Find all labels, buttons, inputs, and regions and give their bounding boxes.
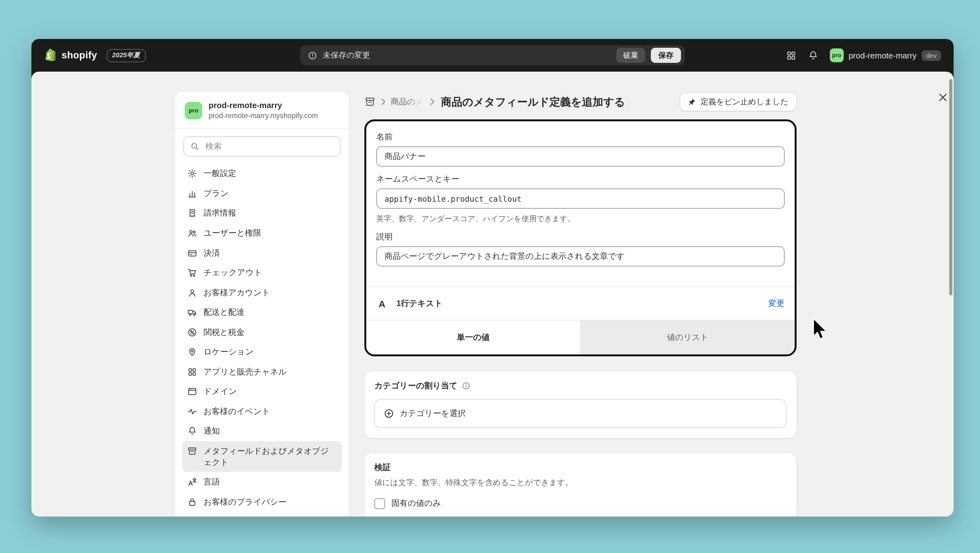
sidebar-item-label: ドメイン <box>204 386 237 397</box>
settings-nav: 一般設定プラン請求情報ユーザーと権限決済チェックアウトお客様アカウント配送と配達… <box>175 160 349 516</box>
receipt-icon <box>187 208 197 218</box>
namespace-label: ネームスペースとキー <box>376 174 784 185</box>
sidebar-item-metafields-metaobjects[interactable]: メタフィールドおよびメタオブジェクト <box>182 441 342 472</box>
sidebar-item-label: メタフィールドおよびメタオブジェクト <box>204 446 337 467</box>
cart-icon <box>187 268 197 278</box>
store-domain: prod-remote-marry.myshopify.com <box>208 111 318 121</box>
category-card-title: カテゴリーの割り当て <box>374 380 457 392</box>
checkbox[interactable] <box>374 498 385 509</box>
change-type-link[interactable]: 変更 <box>768 298 784 309</box>
alert-circle-icon <box>308 51 317 60</box>
pin-definition-button[interactable]: 定義をピン止めしました <box>680 92 797 111</box>
category-card: カテゴリーの割り当て カテゴリーを選択 <box>364 371 797 438</box>
apps-grid-icon[interactable] <box>786 50 796 61</box>
single-line-text-icon: A <box>376 298 388 309</box>
store-name: prod-remote-marry <box>208 100 318 111</box>
archive-box-icon[interactable] <box>364 96 375 107</box>
sidebar-search[interactable] <box>183 136 340 156</box>
checkbox-label: 固有の値のみ <box>391 498 441 509</box>
sidebar-item-label: 請求情報 <box>204 208 236 219</box>
sidebar-item-shipping-delivery[interactable]: 配送と配達 <box>182 303 342 322</box>
sidebar-item-duties-taxes[interactable]: 関税と税金 <box>182 322 342 341</box>
apps-grid-icon <box>187 367 197 377</box>
chevron-right-icon <box>430 98 435 105</box>
select-category-button[interactable]: カテゴリーを選択 <box>374 399 786 428</box>
sidebar-item-label: プラン <box>204 188 229 199</box>
shopify-logo-icon <box>44 48 57 62</box>
save-button[interactable]: 保存 <box>651 48 681 63</box>
definition-card: 名前 ネームスペースとキー 英字、数字、アンダースコア、ハイフンを使用できます。… <box>364 120 797 356</box>
chevron-right-icon <box>381 98 386 105</box>
sidebar-item-label: 通知 <box>204 426 220 437</box>
chart-icon <box>187 188 197 199</box>
sidebar-item-label: アプリと販売チャネル <box>204 367 287 378</box>
unsaved-changes-bar: 未保存の変更 破棄 保存 <box>300 45 685 65</box>
shopify-admin-window: shopify 2025年夏 未保存の変更 破棄 保存 <box>32 39 954 516</box>
sidebar-item-policies[interactable]: ポリシー <box>182 512 342 516</box>
sidebar-item-languages[interactable]: 言語 <box>182 472 342 491</box>
brand-name: shopify <box>62 49 97 61</box>
notifications-bell-icon[interactable] <box>808 50 818 61</box>
sidebar-item-users-permissions[interactable]: ユーザーと権限 <box>182 223 342 242</box>
shopify-brand: shopify 2025年夏 <box>44 48 146 62</box>
lock-icon <box>187 497 197 507</box>
sidebar-item-checkout[interactable]: チェックアウト <box>182 263 342 282</box>
version-badge: 2025年夏 <box>107 49 146 62</box>
sidebar-item-billing[interactable]: 請求情報 <box>182 204 342 223</box>
name-label: 名前 <box>376 131 784 143</box>
sidebar-item-label: 一般設定 <box>204 168 236 179</box>
validation-card: 検証 値には文字、数字、特殊文字を含めることができます。 固有の値のみプリセット… <box>364 453 797 516</box>
sidebar-item-label: ユーザーと権限 <box>204 228 261 239</box>
segment-single-value[interactable]: 単一の値 <box>366 320 580 354</box>
sidebar-item-plan[interactable]: プラン <box>182 184 342 203</box>
description-input[interactable] <box>376 246 784 266</box>
store-avatar: pro <box>185 102 202 120</box>
sidebar-item-label: お客様アカウント <box>204 287 270 298</box>
sidebar-store-header: pro prod-remote-marry prod-remote-marry.… <box>175 92 349 129</box>
sidebar-item-payments[interactable]: 決済 <box>182 243 342 262</box>
topbar: shopify 2025年夏 未保存の変更 破棄 保存 <box>32 39 954 72</box>
search-input[interactable] <box>204 141 334 152</box>
description-label: 説明 <box>376 231 784 242</box>
desktop: shopify 2025年夏 未保存の変更 破棄 保存 <box>0 0 980 553</box>
breadcrumb: 商品のメ 商品のメタフィールド定義を追加する 定義をピン止めしました <box>364 91 797 113</box>
validation-option-0: 固有の値のみ <box>374 498 786 509</box>
users-icon <box>187 228 197 238</box>
namespace-help-text: 英字、数字、アンダースコア、ハイフンを使用できます。 <box>376 214 784 224</box>
page-title: 商品のメタフィールド定義を追加する <box>441 94 625 109</box>
topbar-right: pro prod-remote-marry dev <box>786 48 941 62</box>
translate-icon <box>187 477 197 487</box>
store-chip[interactable]: pro prod-remote-marry dev <box>830 48 941 62</box>
sidebar-item-customer-accounts[interactable]: お客様アカウント <box>182 283 342 302</box>
validation-card-title: 検証 <box>374 462 391 473</box>
close-icon <box>938 92 948 102</box>
main-panel: 商品のメ 商品のメタフィールド定義を追加する 定義をピン止めしました <box>364 91 797 516</box>
sidebar-item-label: 決済 <box>204 247 220 258</box>
scrollbar-thumb[interactable] <box>949 79 952 295</box>
sidebar-item-domains[interactable]: ドメイン <box>182 382 342 401</box>
plus-circle-icon <box>384 408 394 419</box>
value-type-segmented: 単一の値値のリスト <box>366 320 795 354</box>
name-input[interactable] <box>376 147 784 167</box>
namespace-key-input[interactable] <box>376 188 784 209</box>
sidebar-item-label: 言語 <box>204 477 220 487</box>
info-icon[interactable] <box>462 381 471 390</box>
segment-list-of-values[interactable]: 値のリスト <box>580 320 795 354</box>
percent-icon <box>187 327 197 337</box>
domain-icon <box>187 387 197 397</box>
pulse-icon <box>187 406 197 417</box>
breadcrumb-previous[interactable]: 商品のメ <box>391 96 425 107</box>
sidebar-item-customer-events[interactable]: お客様のイベント <box>182 402 342 421</box>
bell-icon <box>187 426 197 437</box>
settings-content: pro prod-remote-marry prod-remote-marry.… <box>32 72 954 516</box>
sidebar-item-label: お客様のイベント <box>204 406 270 417</box>
sidebar-item-general[interactable]: 一般設定 <box>182 164 342 183</box>
sidebar-item-locations[interactable]: ロケーション <box>182 343 342 362</box>
sidebar-item-notifications[interactable]: 通知 <box>182 422 342 441</box>
sidebar-item-apps-sales-channels[interactable]: アプリと販売チャネル <box>182 362 342 381</box>
close-button[interactable] <box>935 89 951 105</box>
sidebar-item-customer-privacy[interactable]: お客様のプライバシー <box>182 492 342 511</box>
truck-icon <box>187 307 197 317</box>
unsaved-changes-text: 未保存の変更 <box>323 50 370 61</box>
discard-button[interactable]: 破棄 <box>616 48 645 63</box>
